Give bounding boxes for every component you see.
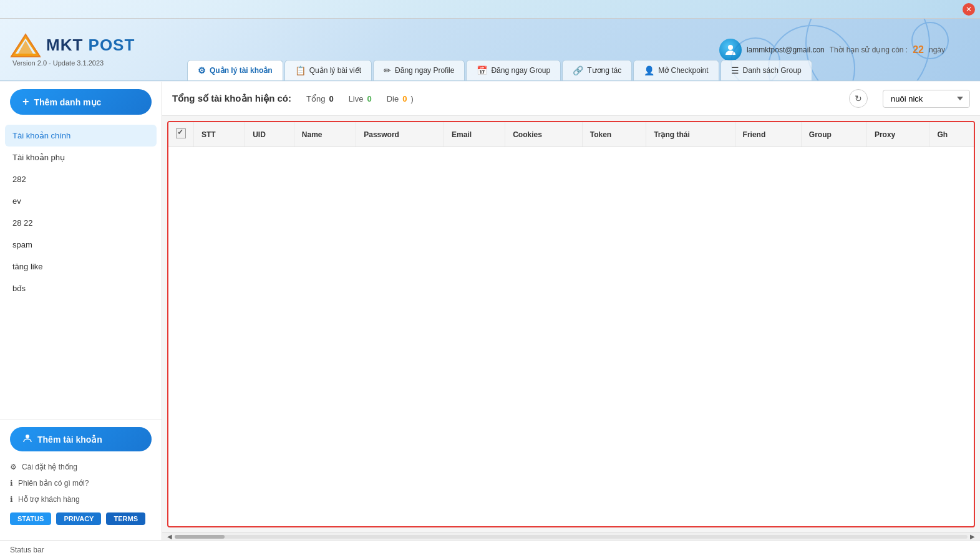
nav-tab-icon-dang-ngay-group: 📅 — [477, 65, 487, 75]
status-bar: Status bar — [0, 540, 980, 558]
sidebar-item-tai-khoan-chinh[interactable]: Tài khoản chính — [5, 125, 157, 147]
col-email: Email — [444, 122, 505, 147]
nav-tab-icon-quan-ly-tai-khoan: ⚙ — [198, 65, 206, 75]
add-category-button[interactable]: + Thêm danh mục — [10, 89, 152, 115]
main-layout: + Thêm danh mục Tài khoản chínhTài khoản… — [0, 82, 980, 540]
select-all-checkbox[interactable] — [176, 128, 186, 138]
total-value: 0 — [329, 94, 333, 103]
status-button[interactable]: STATUS — [10, 512, 51, 525]
nav-tab-quan-ly-bai-viet[interactable]: 📋Quản lý bài viết — [284, 60, 372, 80]
content-area: Tổng số tài khoản hiện có: Tổng 0 Live 0… — [162, 82, 980, 540]
nav-tab-mo-checkpoint[interactable]: 👤Mở Checkpoint — [633, 60, 719, 80]
content-header: Tổng số tài khoản hiện có: Tổng 0 Live 0… — [162, 82, 980, 116]
scroll-left-arrow[interactable]: ◀ — [165, 533, 175, 541]
logo-icon — [10, 33, 41, 58]
col-password: Password — [356, 122, 444, 147]
nav-tab-label-quan-ly-bai-viet: Quản lý bài viết — [309, 66, 361, 75]
die-stat: Die 0 ) — [387, 94, 414, 103]
terms-button[interactable]: TERMS — [106, 512, 145, 525]
settings-label: Cài đặt hệ thống — [22, 463, 77, 471]
accounts-table-container: STT UID Name Password Email Cookies Toke… — [167, 121, 975, 527]
expire-label: Thời hạn sử dụng còn : — [830, 46, 908, 54]
add-category-label: Thêm danh mục — [34, 97, 102, 107]
nav-tab-icon-tuong-tac: 🔗 — [573, 65, 583, 75]
sidebar-item-bds[interactable]: bđs — [5, 277, 157, 299]
sidebar-item-spam[interactable]: spam — [5, 234, 157, 256]
sidebar: + Thêm danh mục Tài khoản chínhTài khoản… — [0, 82, 162, 540]
settings-link[interactable]: ⚙ Cài đặt hệ thống — [10, 459, 152, 475]
nav-tabs-bar — [0, 80, 980, 81]
svg-point-3 — [728, 45, 733, 50]
nav-tab-dang-ngay-group[interactable]: 📅Đăng ngay Group — [466, 60, 561, 80]
add-account-label: Thêm tài khoản — [37, 435, 102, 445]
col-friend: Friend — [735, 122, 801, 147]
nav-tab-quan-ly-tai-khoan[interactable]: ⚙Quản lý tài khoản — [187, 60, 283, 80]
bottom-buttons: STATUS PRIVACY TERMS — [10, 512, 152, 525]
nav-tab-label-quan-ly-tai-khoan: Quản lý tài khoản — [210, 66, 273, 75]
refresh-button[interactable]: ↻ — [849, 89, 868, 108]
live-label: Live — [349, 94, 364, 103]
total-stat: Tổng 0 — [306, 94, 334, 103]
version-text: Version 2.0 - Update 3.1.2023 — [12, 59, 135, 67]
add-account-button[interactable]: Thêm tài khoản — [10, 427, 152, 451]
col-name: Name — [294, 122, 356, 147]
table-header-row: STT UID Name Password Email Cookies Toke… — [168, 122, 974, 147]
nav-tab-icon-quan-ly-bai-viet: 📋 — [295, 65, 306, 75]
col-proxy: Proxy — [866, 122, 929, 147]
nav-tab-dang-ngay-profile[interactable]: ✏Đăng ngay Profile — [373, 60, 465, 80]
logo: MKT POST — [10, 33, 135, 58]
select-all-header[interactable] — [168, 122, 194, 147]
die-label: Die — [387, 94, 399, 103]
avatar — [719, 39, 742, 61]
status-text: Status bar — [10, 546, 44, 554]
accounts-table: STT UID Name Password Email Cookies Toke… — [168, 122, 974, 147]
nav-tab-label-danh-sach-group: Danh sách Group — [743, 66, 802, 75]
total-label: Tổng — [306, 94, 325, 103]
expire-days: 22 — [913, 44, 924, 55]
nav-tab-label-dang-ngay-profile: Đăng ngay Profile — [395, 66, 454, 75]
col-trang-thai: Trạng thái — [646, 122, 735, 147]
version-label: Phiên bản có gì mới? — [18, 479, 89, 488]
live-stat: Live 0 — [349, 94, 372, 103]
sidebar-item-tang-like[interactable]: tăng like — [5, 256, 157, 277]
support-label: Hỗ trợ khách hàng — [18, 495, 80, 504]
sidebar-item-tai-khoan-phu[interactable]: Tài khoản phụ — [5, 147, 157, 168]
privacy-button[interactable]: PRIVACY — [56, 512, 101, 525]
nav-tab-tuong-tac[interactable]: 🔗Tương tác — [562, 60, 632, 80]
col-stt: STT — [194, 122, 245, 147]
horizontal-scrollbar[interactable]: ◀ ▶ — [162, 532, 980, 540]
scroll-right-arrow[interactable]: ▶ — [968, 533, 978, 541]
gear-icon: ⚙ — [10, 463, 17, 471]
scrollbar-track[interactable] — [175, 535, 968, 539]
close-button[interactable]: ✕ — [963, 3, 975, 16]
scrollbar-thumb[interactable] — [175, 535, 225, 539]
logo-area: MKT POST Version 2.0 - Update 3.1.2023 — [10, 33, 135, 67]
sidebar-item-ev[interactable]: ev — [5, 190, 157, 212]
nav-tab-label-mo-checkpoint: Mở Checkpoint — [658, 66, 708, 75]
col-uid: UID — [245, 122, 294, 147]
logo-text: MKT POST — [46, 36, 135, 55]
support-link[interactable]: ℹ Hỗ trợ khách hàng — [10, 491, 152, 507]
sidebar-bottom: Thêm tài khoản ⚙ Cài đặt hệ thống ℹ Phiê… — [0, 419, 162, 532]
nav-tab-icon-dang-ngay-profile: ✏ — [384, 65, 391, 75]
content-title: Tổng số tài khoản hiện có: — [172, 93, 291, 104]
col-cookies: Cookies — [505, 122, 583, 147]
live-value: 0 — [367, 94, 372, 103]
sidebar-item-28-22[interactable]: 28 22 — [5, 212, 157, 234]
svg-point-4 — [26, 435, 29, 438]
paren-close: ) — [410, 94, 413, 103]
nav-tab-icon-mo-checkpoint: 👤 — [644, 65, 654, 75]
title-bar: ✕ — [0, 0, 980, 19]
info-icon: ℹ — [10, 479, 13, 488]
sidebar-list: Tài khoản chínhTài khoản phụ282ev28 22sp… — [0, 125, 162, 419]
sidebar-item-282[interactable]: 282 — [5, 168, 157, 190]
nav-tab-danh-sach-group[interactable]: ☰Danh sách Group — [720, 60, 812, 80]
die-value: 0 — [402, 94, 407, 103]
plus-icon: + — [22, 95, 29, 108]
nav-tab-label-dang-ngay-group: Đăng ngay Group — [491, 66, 550, 75]
nav-tab-icon-danh-sach-group: ☰ — [731, 65, 739, 75]
version-link[interactable]: ℹ Phiên bản có gì mới? — [10, 475, 152, 491]
support-icon: ℹ — [10, 495, 13, 504]
user-email: lammktpost@gmail.con — [747, 46, 825, 54]
nuoi-nick-select[interactable]: nuôi nick — [883, 90, 970, 108]
